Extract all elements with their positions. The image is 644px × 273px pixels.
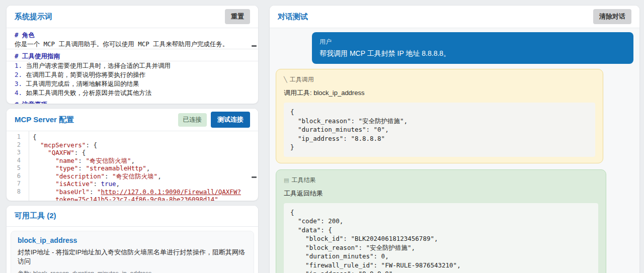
system-prompt-line: 你是一个 MCP 工具调用助手。你可以使用 MCP 工具来帮助用户完成任务。 bbox=[7, 40, 258, 49]
left-column: 系统提示词 重置 # 角色你是一个 MCP 工具调用助手。你可以使用 MCP 工… bbox=[6, 5, 259, 273]
code-line: 7 "isActive": true, bbox=[7, 180, 258, 188]
clipboard-icon: ▤ bbox=[284, 177, 289, 183]
line-number: 2 bbox=[7, 141, 26, 149]
list-marker: 1. bbox=[15, 62, 26, 69]
system-prompt-header: 系统提示词 重置 bbox=[7, 6, 258, 28]
list-marker: 4. bbox=[15, 89, 26, 97]
code-line: 2 "mcpServers": { bbox=[7, 141, 258, 149]
system-prompt-line: 2. 在调用工具前，简要说明你将要执行的操作 bbox=[15, 70, 250, 79]
tool-params: 参数: block_reason, duration_minutes, ip_a… bbox=[18, 269, 247, 273]
code-content: "QAXFW": { bbox=[26, 149, 86, 157]
mcp-config-editor[interactable]: 1{2 "mcpServers": {3 "QAXFW": {4 "name":… bbox=[7, 131, 258, 201]
code-line: 8 "baseUrl": "http://127.0.0.1:9090/Fire… bbox=[7, 188, 258, 196]
tool-card-block-ip: block_ip_address 封禁IP地址 - 将指定IP地址加入奇安信防火… bbox=[11, 231, 254, 273]
connected-status-badge: 已连接 bbox=[178, 113, 207, 127]
user-message-text: 帮我调用 MCP 工具封禁 IP 地址 8.8.8.8。 bbox=[319, 49, 626, 58]
chat-messages-area: 用户 帮我调用 MCP 工具封禁 IP 地址 8.8.8.8。 ╲工具调用 调用… bbox=[270, 28, 639, 273]
mcp-editor-scrollbar-thumb[interactable] bbox=[252, 176, 257, 178]
line-number: 7 bbox=[7, 180, 26, 188]
clear-chat-button[interactable]: 清除对话 bbox=[593, 9, 631, 24]
available-tools-panel: 可用工具 (2) block_ip_address 封禁IP地址 - 将指定IP… bbox=[6, 205, 259, 273]
user-message-bubble: 用户 帮我调用 MCP 工具封禁 IP 地址 8.8.8.8。 bbox=[312, 32, 633, 64]
chat-test-header: 对话测试 清除对话 bbox=[270, 6, 639, 28]
chat-test-title: 对话测试 bbox=[278, 12, 308, 22]
wrench-icon: ╲ bbox=[284, 76, 287, 82]
line-number: 8 bbox=[7, 188, 26, 196]
code-content: "type": "streamableHttp", bbox=[26, 164, 150, 172]
code-line: 1{ bbox=[7, 133, 258, 141]
list-marker: 3. bbox=[15, 80, 26, 87]
line-number: 1 bbox=[7, 133, 26, 141]
available-tools-title: 可用工具 (2) bbox=[15, 211, 56, 221]
line-number: 6 bbox=[7, 172, 26, 180]
tool-call-json: { "block_reason": "安全防护措施", "duration_mi… bbox=[284, 103, 595, 157]
system-prompt-line: 1. 当用户请求需要使用工具时，选择合适的工具并调用 bbox=[15, 61, 250, 70]
user-role-label: 用户 bbox=[319, 38, 626, 46]
system-prompt-title: 系统提示词 bbox=[15, 12, 52, 22]
code-content: token=75c141b5-23c7-4f86-9c0a-8be236098d… bbox=[26, 196, 218, 201]
tool-result-header: ▤工具结果 bbox=[284, 176, 598, 185]
code-content: "name": "奇安信防火墙", bbox=[26, 157, 135, 165]
tool-result-box: ▤工具结果 工具返回结果 { "code": 200, "data": { "b… bbox=[276, 169, 606, 273]
line-number: 4 bbox=[7, 157, 26, 165]
code-line: token=75c141b5-23c7-4f86-9c0a-8be236098d… bbox=[7, 196, 258, 201]
code-line: 5 "type": "streamableHttp", bbox=[7, 164, 258, 172]
reset-button[interactable]: 重置 bbox=[225, 9, 250, 24]
code-line: 4 "name": "奇安信防火墙", bbox=[7, 157, 258, 165]
code-line: 6 "description": "奇安信防火墙", bbox=[7, 172, 258, 180]
mcp-config-header: MCP Server 配置 已连接 测试连接 bbox=[7, 109, 258, 131]
system-prompt-editor[interactable]: # 角色你是一个 MCP 工具调用助手。你可以使用 MCP 工具来帮助用户完成任… bbox=[7, 28, 258, 104]
chat-test-panel: 对话测试 清除对话 用户 帮我调用 MCP 工具封禁 IP 地址 8.8.8.8… bbox=[269, 5, 640, 273]
gutter-divider bbox=[29, 131, 29, 201]
code-content: "baseUrl": "http://127.0.0.1:9090/Firewa… bbox=[26, 188, 241, 196]
code-content: "mcpServers": { bbox=[26, 141, 97, 149]
system-prompt-line: # 工具使用指南 bbox=[7, 52, 258, 61]
system-prompt-line: 4. 如果工具调用失败，分析原因并尝试其他方法 bbox=[15, 88, 250, 98]
code-content: { bbox=[26, 133, 37, 141]
system-prompt-panel: 系统提示词 重置 # 角色你是一个 MCP 工具调用助手。你可以使用 MCP 工… bbox=[6, 5, 259, 104]
code-content: "isActive": true, bbox=[26, 180, 120, 188]
test-connection-button[interactable]: 测试连接 bbox=[211, 112, 250, 128]
tool-description: 封禁IP地址 - 将指定IP地址加入奇安信防火墙黑名单进行封禁操作，阻断其网络访… bbox=[18, 248, 247, 266]
available-tools-header: 可用工具 (2) bbox=[7, 206, 258, 227]
tool-call-header: ╲工具调用 bbox=[284, 75, 595, 84]
system-prompt-line: 3. 工具调用完成后，清晰地解释返回的结果 bbox=[15, 79, 250, 88]
tool-result-json: { "code": 200, "data": { "block_id": "BL… bbox=[284, 203, 598, 273]
mcp-config-panel: MCP Server 配置 已连接 测试连接 1{2 "mcpServers":… bbox=[6, 108, 259, 201]
tool-name: block_ip_address bbox=[18, 236, 247, 244]
list-marker: 2. bbox=[15, 71, 26, 78]
tool-result-header-label: 工具结果 bbox=[291, 176, 315, 184]
tool-result-subtitle: 工具返回结果 bbox=[284, 189, 598, 198]
right-column: 对话测试 清除对话 用户 帮我调用 MCP 工具封禁 IP 地址 8.8.8.8… bbox=[269, 5, 640, 273]
line-number bbox=[7, 196, 26, 201]
system-prompt-line: # 注意事项 bbox=[15, 100, 250, 104]
mcp-config-title: MCP Server 配置 bbox=[15, 115, 74, 125]
line-number: 3 bbox=[7, 149, 26, 157]
tool-call-tool-line: 调用工具: block_ip_address bbox=[284, 88, 595, 98]
code-content: "description": "奇安信防火墙", bbox=[26, 172, 162, 180]
system-prompt-scrollbar-thumb[interactable] bbox=[252, 45, 257, 47]
system-prompt-line: # 角色 bbox=[15, 31, 250, 40]
tool-call-box: ╲工具调用 调用工具: block_ip_address { "block_re… bbox=[276, 69, 603, 163]
line-number: 5 bbox=[7, 164, 26, 172]
code-line: 3 "QAXFW": { bbox=[7, 149, 258, 157]
tool-call-header-label: 工具调用 bbox=[290, 76, 314, 83]
